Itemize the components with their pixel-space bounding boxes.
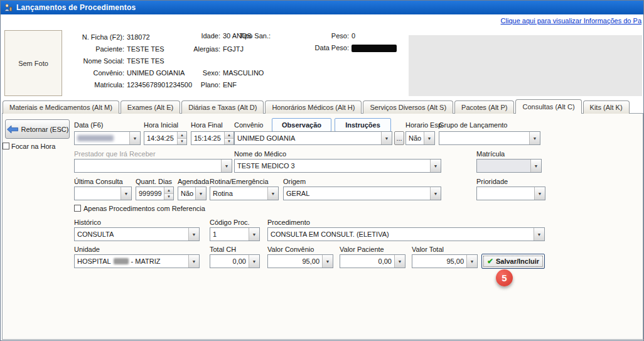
chevron-down-icon[interactable]: ▼: [195, 187, 206, 200]
app-icon: [4, 3, 13, 12]
chevron-down-icon[interactable]: ▼: [249, 228, 259, 241]
chevron-down-icon[interactable]: ▼: [249, 255, 259, 268]
chevron-down-icon[interactable]: ▼: [129, 132, 140, 144]
agendada-label: Agendada: [178, 178, 209, 185]
historico-combo[interactable]: CONSULTA ▼: [74, 227, 200, 241]
salvar-incluir-button[interactable]: ✔ Salvar/Incluir: [481, 254, 545, 269]
grupo-lancamento-combo[interactable]: ▼: [439, 131, 540, 145]
tab-pacotes[interactable]: Pacotes (Alt P): [454, 100, 514, 114]
focar-na-hora-checkbox[interactable]: [3, 143, 9, 149]
procedimento-combo[interactable]: CONSULTA EM CONSULT. (ELETIVA) ▼: [267, 227, 545, 241]
total-ch-label: Total CH: [210, 246, 236, 253]
agendada-combo[interactable]: Não ▼: [178, 187, 207, 200]
quant-dias-spinner[interactable]: 999999 ▲▼: [136, 187, 174, 200]
unidade-combo[interactable]: HOSPITAL - MATRIZ ▼: [74, 254, 200, 268]
chevron-down-icon[interactable]: ▼: [322, 255, 333, 268]
back-arrow-icon: [6, 125, 19, 134]
chevron-down-icon[interactable]: ▼: [381, 132, 392, 144]
chevron-down-icon[interactable]: ▼: [188, 255, 199, 268]
hora-inicial-value: 14:34:25: [144, 132, 177, 144]
prioridade-label: Prioridade: [476, 178, 508, 185]
tab-kits[interactable]: Kits (Alt K): [583, 100, 630, 114]
valor-total-combo[interactable]: 95,00 ▼: [412, 254, 478, 268]
quant-dias-value: 999999: [136, 187, 164, 200]
convenio-combo[interactable]: UNIMED GOIANIA ▼: [234, 131, 392, 145]
chevron-down-icon[interactable]: ▼: [424, 132, 434, 144]
patient-field-row: Data Peso:: [302, 44, 397, 52]
instrucoes-label: Instruções: [345, 121, 380, 129]
chevron-down-icon[interactable]: ▼: [394, 255, 405, 268]
step-number: 5: [502, 273, 507, 283]
spinner-up-icon[interactable]: ▲: [178, 132, 186, 139]
spinner-up-icon[interactable]: ▲: [225, 132, 233, 139]
data-f6-combo[interactable]: ▼: [74, 131, 141, 145]
apenas-referencia-checkbox[interactable]: [74, 205, 81, 212]
tab-diarias-taxas[interactable]: Diárias e Taxas (Alt D): [181, 100, 264, 114]
nome-medico-combo[interactable]: TESTE MEDICO 3 ▼: [234, 159, 441, 173]
procedimento-label: Procedimento: [267, 219, 310, 226]
chevron-down-icon[interactable]: ▼: [534, 187, 545, 200]
tab-honorarios-medicos[interactable]: Honorários Médicos (Alt H): [265, 100, 362, 114]
hora-final-spinner[interactable]: 15:14:25 ▲▼: [191, 131, 234, 145]
observacao-label: Observação: [282, 121, 321, 129]
chevron-down-icon[interactable]: ▼: [430, 187, 441, 200]
spinner-down-icon[interactable]: ▼: [164, 194, 173, 200]
convenio-ellipsis-button[interactable]: ...: [394, 131, 404, 145]
valor-convenio-label: Valor Convênio: [267, 246, 314, 253]
matricula-combo: ▼: [476, 159, 542, 173]
window-title: Lançamentos de Procedimentos: [16, 3, 136, 12]
origem-combo[interactable]: GERAL ▼: [283, 187, 441, 200]
hora-inicial-spinner[interactable]: 14:34:25 ▲▼: [144, 131, 187, 145]
peso-value: 0: [352, 32, 355, 40]
consultas-panel: [2, 113, 643, 340]
tab-consultas[interactable]: Consultas (Alt C): [515, 99, 581, 114]
peso-label: Peso:: [302, 32, 349, 40]
codigo-proc-combo[interactable]: 1 ▼: [210, 227, 260, 241]
total-ch-combo[interactable]: 0,00 ▼: [210, 254, 260, 268]
chevron-down-icon[interactable]: ▼: [267, 187, 278, 200]
chevron-down-icon[interactable]: ▼: [188, 228, 199, 241]
convenio-form-value: UNIMED GOIANIA: [235, 132, 381, 144]
ficha-value: 318072: [127, 33, 150, 41]
chevron-down-icon[interactable]: ▼: [121, 187, 131, 200]
prestador-value: [75, 160, 221, 172]
instrucoes-button[interactable]: Instruções: [335, 118, 391, 132]
nome-medico-label: Nome do Médico: [234, 150, 286, 158]
chevron-down-icon[interactable]: ▼: [430, 160, 441, 172]
chevron-down-icon[interactable]: ▼: [466, 255, 477, 268]
patient-info-link[interactable]: Clique aqui para visualizar Informações …: [501, 17, 641, 24]
spinner-down-icon[interactable]: ▼: [225, 139, 233, 145]
prestador-label: Prestador que Irá Receber: [74, 150, 156, 158]
spinner-down-icon[interactable]: ▼: [178, 139, 186, 145]
horario-esp-combo[interactable]: Não ▼: [405, 131, 435, 145]
rotina-emergencia-combo[interactable]: Rotina ▼: [210, 187, 279, 200]
valor-convenio-combo[interactable]: 95,00 ▼: [267, 254, 333, 268]
prestador-combo[interactable]: ▼: [74, 159, 232, 173]
patient-notes-panel: [409, 35, 642, 96]
tab-materiais-medicamentos[interactable]: Materiais e Medicamentos (Alt M): [3, 100, 119, 114]
observacao-button[interactable]: Observação: [272, 118, 331, 132]
valor-paciente-value: 0,00: [340, 255, 394, 268]
chevron-down-icon[interactable]: ▼: [221, 160, 232, 172]
procedimento-value: CONSULTA EM CONSULT. (ELETIVA): [268, 228, 534, 241]
focar-na-hora-label: Focar na Hora: [11, 143, 55, 150]
data-peso-redacted-value: [352, 45, 397, 52]
chevron-down-icon[interactable]: ▼: [529, 132, 540, 144]
alergias-label: Alergias:: [158, 45, 220, 53]
retornar-button[interactable]: Retornar (ESC): [5, 119, 70, 139]
photo-placeholder-label: Sem Foto: [18, 60, 48, 67]
patient-field-row: Peso: 0: [302, 32, 355, 40]
title-bar: Lançamentos de Procedimentos: [1, 1, 643, 14]
patient-field-row: Plano: ENF: [158, 81, 237, 89]
spinner-up-icon[interactable]: ▲: [164, 187, 173, 194]
tab-exames[interactable]: Exames (Alt E): [121, 100, 180, 114]
ultima-consulta-combo[interactable]: ▼: [74, 187, 132, 200]
spinner-buttons: ▲▼: [177, 132, 186, 144]
tab-servicos-diversos[interactable]: Serviços Diversos (Alt S): [363, 100, 453, 114]
valor-paciente-combo[interactable]: 0,00 ▼: [340, 254, 405, 268]
apenas-referencia-label: Apenas Procedimentos com Referencia: [83, 205, 205, 212]
prioridade-combo[interactable]: ▼: [476, 187, 545, 200]
chevron-down-icon[interactable]: ▼: [534, 228, 544, 241]
step-5-badge: 5: [496, 269, 513, 286]
ultima-consulta-value: [75, 187, 121, 200]
